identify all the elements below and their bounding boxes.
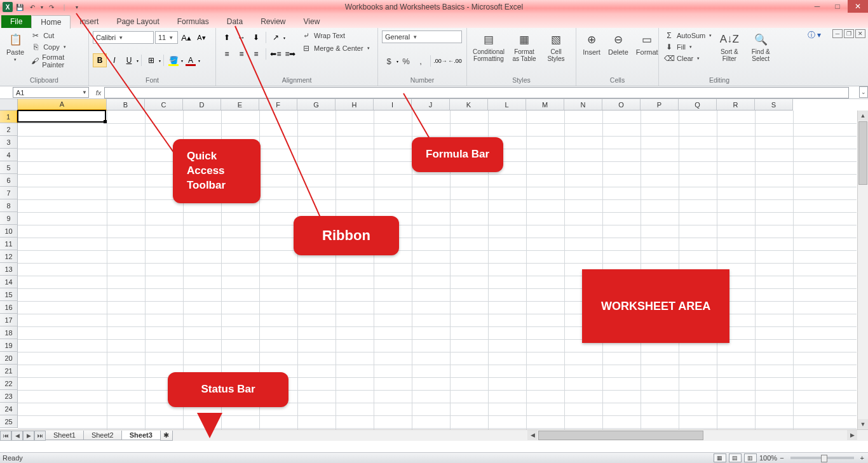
column-header[interactable]: M <box>526 99 564 111</box>
row-header[interactable]: 15 <box>0 288 18 301</box>
border-button[interactable]: ⊞ <box>144 53 158 67</box>
normal-view-button[interactable]: ▦ <box>714 453 726 462</box>
scroll-thumb[interactable] <box>538 431 703 440</box>
column-header[interactable]: S <box>755 99 793 111</box>
grow-font-button[interactable]: A▴ <box>179 30 193 44</box>
row-header[interactable]: 21 <box>0 365 18 377</box>
format-as-table-button[interactable]: ▦Format as Table <box>509 30 539 64</box>
shrink-font-button[interactable]: A▾ <box>194 30 208 44</box>
decrease-decimal-button[interactable]: ←.00 <box>448 54 462 68</box>
conditional-formatting-button[interactable]: ▤Conditional Formatting <box>471 30 506 64</box>
column-header[interactable]: E <box>221 99 259 111</box>
merge-center-button[interactable]: ⊟Merge & Center▾ <box>300 43 371 53</box>
close-button[interactable]: ✕ <box>848 0 868 13</box>
zoom-in-button[interactable]: + <box>860 454 864 462</box>
tab-review[interactable]: Review <box>252 15 294 28</box>
qat-save-button[interactable]: 💾 <box>14 1 25 13</box>
cut-button[interactable]: ✂Cut <box>29 30 85 41</box>
border-more-icon[interactable]: ▾ <box>159 58 161 63</box>
column-header[interactable]: H <box>336 99 374 111</box>
horizontal-scrollbar[interactable]: ◀ ▶ <box>527 430 857 441</box>
fill-more-icon[interactable]: ▾ <box>181 58 183 63</box>
page-layout-view-button[interactable]: ▤ <box>729 453 742 462</box>
insert-cells-button[interactable]: ⊕Insert <box>580 30 603 57</box>
column-header[interactable]: I <box>374 99 412 111</box>
page-break-view-button[interactable]: ▥ <box>744 453 757 462</box>
tab-page-layout[interactable]: Page Layout <box>107 15 168 28</box>
zoom-out-button[interactable]: − <box>780 454 783 462</box>
underline-button[interactable]: U <box>122 53 136 67</box>
formula-input[interactable] <box>104 87 849 98</box>
underline-more-icon[interactable]: ▾ <box>137 58 139 63</box>
fx-icon[interactable]: fx <box>93 89 104 97</box>
new-sheet-button[interactable]: ✱ <box>160 431 173 441</box>
row-header[interactable]: 3 <box>0 136 18 149</box>
column-header[interactable]: G <box>297 99 336 111</box>
scroll-right-icon[interactable]: ▶ <box>847 430 857 440</box>
paste-button[interactable]: 📋 Paste ▾ <box>4 30 27 69</box>
row-header[interactable]: 10 <box>0 225 18 238</box>
column-header[interactable]: K <box>450 99 488 111</box>
accounting-button[interactable]: $ <box>382 54 396 68</box>
column-header[interactable]: A <box>18 99 107 111</box>
workbook-minimize-button[interactable]: ─ <box>832 29 843 38</box>
row-header[interactable]: 12 <box>0 250 18 263</box>
scroll-up-icon[interactable]: ▲ <box>858 111 868 121</box>
sheet-tab-3[interactable]: Sheet3 <box>121 431 161 440</box>
tab-home[interactable]: Home <box>31 15 71 29</box>
expand-formula-bar-button[interactable]: ⌄ <box>859 86 868 98</box>
font-color-button[interactable]: A <box>184 53 198 67</box>
row-header[interactable]: 5 <box>0 161 18 174</box>
tab-file[interactable]: File <box>1 15 31 28</box>
row-header[interactable]: 20 <box>0 352 18 365</box>
tab-view[interactable]: View <box>295 15 329 28</box>
column-header[interactable]: L <box>488 99 526 111</box>
column-header[interactable]: P <box>641 99 679 111</box>
zoom-value[interactable]: 100% <box>759 454 777 462</box>
percent-button[interactable]: % <box>399 54 413 68</box>
scroll-thumb[interactable] <box>858 121 867 185</box>
cell-styles-button[interactable]: ▧Cell Styles <box>542 30 570 64</box>
clear-button[interactable]: ⌫Clear▾ <box>663 53 713 64</box>
acct-more-icon[interactable]: ▾ <box>397 59 398 64</box>
minimize-button[interactable]: ─ <box>807 0 827 13</box>
find-select-button[interactable]: 🔍Find & Select <box>745 30 776 64</box>
increase-indent-button[interactable]: ≡➡ <box>283 47 297 61</box>
sheet-tab-2[interactable]: Sheet2 <box>83 431 122 440</box>
row-header[interactable]: 2 <box>0 123 18 136</box>
scroll-down-icon[interactable]: ▼ <box>858 419 868 429</box>
help-icon[interactable]: ⓘ ▾ <box>808 30 821 41</box>
column-header[interactable]: C <box>145 99 183 111</box>
decrease-indent-button[interactable]: ⬅≡ <box>269 47 283 61</box>
format-cells-button[interactable]: ▭Format <box>634 30 661 57</box>
workbook-restore-button[interactable]: ❐ <box>844 29 854 38</box>
row-header[interactable]: 16 <box>0 301 18 314</box>
align-left-button[interactable]: ≡ <box>220 47 234 61</box>
fill-button[interactable]: ⬇Fill▾ <box>663 42 713 52</box>
column-header[interactable]: R <box>717 99 755 111</box>
column-header[interactable]: J <box>412 99 450 111</box>
sheet-tab-1[interactable]: Sheet1 <box>45 431 84 440</box>
row-header[interactable]: 8 <box>0 199 18 212</box>
font-name-combo[interactable]: Calibri▼ <box>93 31 154 44</box>
row-header[interactable]: 14 <box>0 276 18 288</box>
row-header[interactable]: 9 <box>0 212 18 225</box>
qat-undo-button[interactable]: ↶ <box>27 1 38 13</box>
align-right-button[interactable]: ≡ <box>249 47 263 61</box>
qat-customize-icon[interactable]: ▼ <box>71 1 83 13</box>
select-all-corner[interactable] <box>0 99 18 111</box>
row-header[interactable]: 19 <box>0 339 18 352</box>
vertical-scrollbar[interactable]: ▲ ▼ <box>857 111 868 429</box>
column-header[interactable]: O <box>602 99 641 111</box>
row-header[interactable]: 1 <box>0 111 18 123</box>
row-header[interactable]: 22 <box>0 377 18 390</box>
align-top-button[interactable]: ⬆ <box>220 30 234 44</box>
tab-nav-first-button[interactable]: ⏮ <box>0 431 11 441</box>
number-format-combo[interactable]: General▼ <box>382 30 462 43</box>
color-more-icon[interactable]: ▾ <box>198 58 200 63</box>
tab-nav-prev-button[interactable]: ◀ <box>11 431 23 441</box>
tab-nav-next-button[interactable]: ▶ <box>23 431 34 441</box>
workbook-close-button[interactable]: ✕ <box>855 29 865 38</box>
qat-undo-more-icon[interactable]: ▼ <box>39 1 44 13</box>
delete-cells-button[interactable]: ⊖Delete <box>606 30 631 57</box>
